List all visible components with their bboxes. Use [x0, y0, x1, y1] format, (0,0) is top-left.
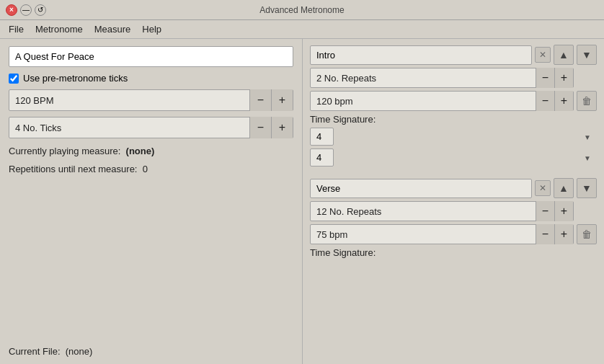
intro-time-sig-2-row: 2 4 8 16 — [310, 148, 597, 167]
bpm-decrease-button[interactable]: − — [249, 89, 271, 111]
intro-bpm-increase-button[interactable]: + — [554, 91, 573, 111]
intro-name-row: ✕ ▲ ▼ — [310, 45, 597, 65]
verse-repeats-value: 12 No. Repeats — [311, 206, 536, 217]
pre-metronome-label: Use pre-metronome ticks — [23, 73, 128, 84]
intro-delete-button[interactable]: 🗑 — [577, 91, 597, 111]
main-content: Use pre-metronome ticks 120 BPM − + 4 No… — [0, 39, 604, 364]
intro-time-sig-1-wrapper: 2 3 4 5 6 7 8 9 12 — [310, 128, 597, 146]
intro-time-sig-2-select[interactable]: 2 4 8 16 — [310, 148, 334, 167]
left-panel: Use pre-metronome ticks 120 BPM − + 4 No… — [0, 39, 303, 364]
intro-time-sig-2-wrapper: 2 4 8 16 — [310, 148, 597, 167]
song-title-input[interactable] — [9, 46, 293, 67]
repetitions-row: Repetitions until next measure: 0 — [9, 164, 293, 174]
bpm-increase-button[interactable]: + — [271, 89, 293, 111]
verse-move-down-button[interactable]: ▼ — [577, 178, 597, 198]
currently-playing-value: (none) — [126, 146, 155, 156]
window-controls: × — ↺ — [6, 4, 46, 16]
menu-file[interactable]: File — [3, 22, 30, 36]
verse-bpm-value: 75 bpm — [311, 229, 536, 240]
window-title: Advanced Metronome — [259, 5, 344, 15]
close-button[interactable]: × — [6, 4, 17, 16]
ticks-stepper: 4 No. Ticks − + — [9, 117, 293, 138]
intro-bpm-stepper: 120 bpm − + — [310, 91, 574, 111]
pre-metronome-row: Use pre-metronome ticks — [9, 73, 293, 84]
menu-measure[interactable]: Measure — [89, 22, 137, 36]
intro-time-sig-1-row: 2 3 4 5 6 7 8 9 12 — [310, 128, 597, 146]
verse-name-row: ✕ ▲ ▼ — [310, 178, 597, 198]
verse-repeats-stepper: 12 No. Repeats − + — [310, 201, 574, 221]
verse-delete-button[interactable]: 🗑 — [577, 224, 597, 244]
bpm-stepper: 120 BPM − + — [9, 89, 293, 111]
repetitions-label: Repetitions until next measure: — [9, 164, 137, 174]
title-bar: × — ↺ Advanced Metronome — [0, 0, 604, 20]
intro-move-down-button[interactable]: ▼ — [577, 45, 597, 65]
intro-repeats-decrease-button[interactable]: − — [536, 68, 554, 88]
intro-clear-button[interactable]: ✕ — [535, 47, 551, 63]
intro-move-up-button[interactable]: ▲ — [554, 45, 574, 65]
currently-playing-label: Currently playing measure: — [9, 146, 120, 156]
intro-time-sig-1-select[interactable]: 2 3 4 5 6 7 8 9 12 — [310, 128, 334, 146]
menu-bar: File Metronome Measure Help — [0, 20, 604, 39]
intro-bpm-row: 120 bpm − + 🗑 — [310, 91, 597, 111]
section-intro: ✕ ▲ ▼ 2 No. Repeats − + 120 bpm − + 🗑 — [310, 45, 597, 169]
verse-clear-button[interactable]: ✕ — [535, 180, 551, 196]
verse-bpm-row: 75 bpm − + 🗑 — [310, 224, 597, 244]
intro-bpm-decrease-button[interactable]: − — [536, 91, 554, 111]
verse-repeats-row: 12 No. Repeats − + — [310, 201, 597, 221]
intro-repeats-row: 2 No. Repeats − + — [310, 68, 597, 88]
pre-metronome-checkbox[interactable] — [9, 74, 19, 84]
current-file-label: Current File: — [9, 346, 61, 357]
minimize-button[interactable]: — — [20, 4, 32, 16]
verse-repeats-increase-button[interactable]: + — [554, 201, 573, 221]
verse-repeats-decrease-button[interactable]: − — [536, 201, 554, 221]
repetitions-value: 0 — [143, 164, 148, 174]
verse-name-input[interactable] — [310, 179, 532, 198]
intro-name-input[interactable] — [310, 45, 532, 65]
ticks-value: 4 No. Ticks — [9, 123, 249, 133]
right-panel: ✕ ▲ ▼ 2 No. Repeats − + 120 bpm − + 🗑 — [303, 39, 604, 364]
verse-bpm-decrease-button[interactable]: − — [536, 224, 554, 244]
ticks-decrease-button[interactable]: − — [249, 117, 271, 138]
currently-playing-row: Currently playing measure: (none) — [9, 146, 293, 156]
verse-bpm-stepper: 75 bpm − + — [310, 224, 574, 244]
intro-time-sig-label: Time Signature: — [310, 114, 597, 125]
current-file-value: (none) — [66, 346, 93, 357]
verse-bpm-increase-button[interactable]: + — [554, 224, 573, 244]
intro-repeats-value: 2 No. Repeats — [311, 73, 536, 84]
intro-repeats-stepper: 2 No. Repeats − + — [310, 68, 574, 88]
intro-bpm-value: 120 bpm — [311, 96, 536, 107]
menu-help[interactable]: Help — [136, 22, 167, 36]
intro-repeats-increase-button[interactable]: + — [554, 68, 573, 88]
current-file-row: Current File: (none) — [9, 346, 293, 357]
verse-move-up-button[interactable]: ▲ — [554, 178, 574, 198]
bpm-value: 120 BPM — [9, 95, 249, 106]
menu-metronome[interactable]: Metronome — [30, 22, 89, 36]
verse-time-sig-label: Time Signature: — [310, 247, 597, 258]
section-verse: ✕ ▲ ▼ 12 No. Repeats − + 75 bpm − + 🗑 — [310, 178, 597, 261]
refresh-button[interactable]: ↺ — [35, 4, 46, 16]
ticks-increase-button[interactable]: + — [271, 117, 293, 138]
